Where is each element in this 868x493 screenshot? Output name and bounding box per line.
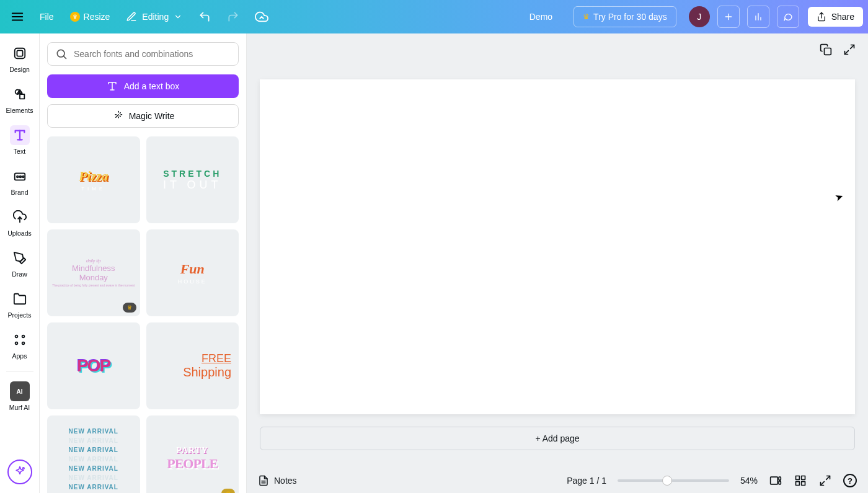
tile-text: HOUSE xyxy=(178,278,207,285)
rail-brand[interactable]: Brand xyxy=(2,162,38,201)
svg-line-26 xyxy=(64,56,66,59)
canvas-area: ➤ + Add page Notes Page 1 / 1 54% ? xyxy=(247,33,868,493)
rail-label: Uploads xyxy=(7,229,32,237)
svg-point-17 xyxy=(19,176,21,178)
rail-design[interactable]: Design xyxy=(2,40,38,78)
rail-text[interactable]: Text xyxy=(2,122,38,160)
rail-label: Design xyxy=(9,66,30,73)
svg-rect-39 xyxy=(796,482,800,486)
slideshow-view-button[interactable] xyxy=(769,474,782,487)
svg-point-20 xyxy=(15,335,17,338)
editing-label: Editing xyxy=(142,12,169,22)
text-icon xyxy=(107,81,118,92)
svg-rect-29 xyxy=(825,48,831,55)
tile-text: POP xyxy=(77,356,110,376)
add-page-button[interactable]: + Add page xyxy=(260,427,855,450)
page-indicator[interactable]: Page 1 / 1 xyxy=(567,476,606,486)
resize-label: Resize xyxy=(84,12,110,22)
tile-text: STRETCH xyxy=(163,169,221,179)
rail-apps[interactable]: Apps xyxy=(2,326,38,365)
font-tile-stretch[interactable]: STRETCH IT OUT xyxy=(146,136,239,223)
font-tile-party[interactable]: PARTY PEOPLE xyxy=(146,415,239,493)
help-button[interactable]: ? xyxy=(843,474,857,487)
share-button[interactable]: Share xyxy=(808,7,863,27)
text-icon xyxy=(10,125,30,145)
search-input[interactable] xyxy=(74,49,231,59)
fullscreen-button[interactable] xyxy=(818,474,832,487)
tile-text: The practice of being fully present and … xyxy=(52,283,135,287)
share-label: Share xyxy=(831,12,854,22)
ai-assistant-fab[interactable] xyxy=(7,460,32,484)
rail-draw[interactable]: Draw xyxy=(2,244,38,283)
editing-mode-dropdown[interactable]: Editing xyxy=(120,7,188,26)
tile-text: NEW ARRIVAL NEW ARRIVAL NEW ARRIVAL NEW … xyxy=(69,427,118,492)
tile-text: IT OUT xyxy=(163,179,222,192)
font-tile-free-shipping[interactable]: FREE Shipping xyxy=(146,322,239,409)
svg-point-22 xyxy=(15,342,17,345)
grid-view-button[interactable] xyxy=(794,474,807,487)
chevron-down-icon xyxy=(174,12,182,21)
top-bar: File ♛ Resize Editing Demo ♛ Try Pro for… xyxy=(0,0,868,33)
comments-button[interactable] xyxy=(777,6,799,28)
redo-button[interactable] xyxy=(221,4,246,29)
font-tile-new-arrival[interactable]: NEW ARRIVAL NEW ARRIVAL NEW ARRIVAL NEW … xyxy=(47,415,140,493)
design-title[interactable]: Demo xyxy=(529,12,552,22)
user-avatar[interactable]: J xyxy=(689,6,710,27)
notes-icon xyxy=(258,475,269,486)
analytics-button[interactable] xyxy=(747,6,769,28)
rail-murf-ai[interactable]: AI Murf AI xyxy=(2,378,38,416)
file-menu[interactable]: File xyxy=(33,7,60,27)
svg-rect-10 xyxy=(17,50,22,56)
svg-rect-12 xyxy=(20,94,24,99)
font-tile-mindfulness[interactable]: daily tip MindfulnessMonday The practice… xyxy=(47,229,140,316)
svg-rect-34 xyxy=(771,477,778,484)
svg-point-21 xyxy=(22,335,24,338)
tile-text: Pizza xyxy=(79,168,108,184)
main-menu-button[interactable] xyxy=(5,4,30,29)
magic-write-button[interactable]: Magic Write xyxy=(47,104,239,128)
bottom-bar: Notes Page 1 / 1 54% ? xyxy=(247,468,868,493)
resize-button[interactable]: ♛ Resize xyxy=(64,7,117,27)
svg-rect-40 xyxy=(802,482,805,486)
rail-label: Text xyxy=(14,148,25,155)
rail-label: Projects xyxy=(8,311,32,319)
rail-projects[interactable]: Projects xyxy=(2,285,38,324)
try-pro-button[interactable]: ♛ Try Pro for 30 days xyxy=(574,6,676,27)
font-tile-fun[interactable]: Fun HOUSE xyxy=(146,229,239,316)
zoom-percentage[interactable]: 54% xyxy=(740,476,758,486)
search-icon xyxy=(55,48,68,60)
svg-line-41 xyxy=(826,476,830,480)
search-box[interactable] xyxy=(47,42,239,66)
design-canvas[interactable] xyxy=(260,79,855,414)
notes-label: Notes xyxy=(274,476,297,486)
cloud-sync-icon[interactable] xyxy=(249,4,274,29)
svg-line-30 xyxy=(851,45,854,49)
duplicate-page-button[interactable] xyxy=(818,42,833,57)
svg-point-18 xyxy=(22,176,24,178)
svg-rect-38 xyxy=(802,476,805,480)
svg-rect-36 xyxy=(779,481,781,484)
invite-button[interactable] xyxy=(717,6,740,28)
rail-divider xyxy=(6,371,33,371)
font-tile-pizza[interactable]: Pizza TIME xyxy=(47,136,140,223)
zoom-thumb[interactable] xyxy=(662,476,672,486)
nav-rail: Design Elements Text Brand Uploads Draw … xyxy=(0,33,40,493)
add-text-box-button[interactable]: Add a text box xyxy=(47,74,239,98)
font-tile-pop[interactable]: POP xyxy=(47,322,140,409)
rail-elements[interactable]: Elements xyxy=(2,81,38,119)
tile-text: FREE xyxy=(146,352,239,365)
crown-icon: ♛ xyxy=(70,12,80,22)
zoom-slider[interactable] xyxy=(618,479,729,482)
svg-rect-35 xyxy=(779,477,781,480)
magic-icon xyxy=(112,110,123,122)
add-text-label: Add a text box xyxy=(124,81,180,91)
svg-rect-37 xyxy=(796,476,800,480)
tile-text: Fun xyxy=(180,261,205,277)
notes-button[interactable]: Notes xyxy=(258,475,297,486)
svg-rect-9 xyxy=(14,48,25,59)
svg-line-31 xyxy=(845,51,849,55)
undo-button[interactable] xyxy=(192,4,217,29)
try-pro-label: Try Pro for 30 days xyxy=(593,12,667,22)
rail-uploads[interactable]: Uploads xyxy=(2,203,38,242)
expand-page-button[interactable] xyxy=(842,42,857,57)
